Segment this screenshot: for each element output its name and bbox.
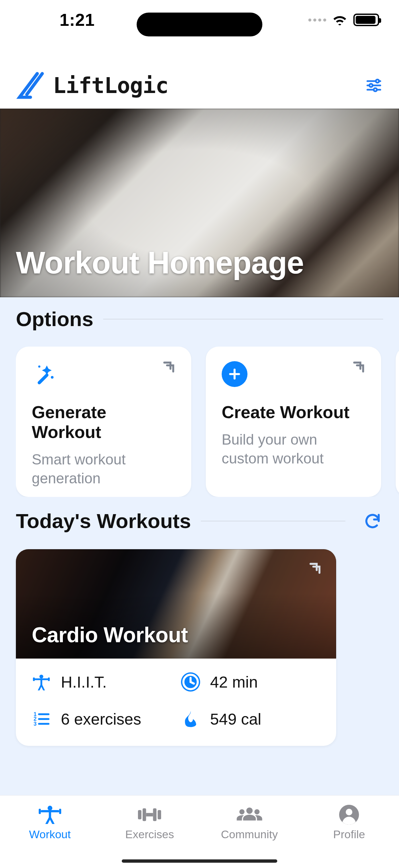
svg-point-30 bbox=[47, 806, 52, 810]
svg-point-41 bbox=[239, 809, 244, 814]
expand-icon bbox=[160, 361, 177, 377]
option-card-generate[interactable]: Generate Workout Smart workout generatio… bbox=[16, 347, 191, 497]
expand-icon bbox=[306, 562, 323, 578]
hero: Workout Homepage bbox=[0, 108, 399, 297]
svg-point-8 bbox=[38, 366, 41, 368]
stat-exercises: 123 6 exercises bbox=[32, 709, 171, 728]
expand-icon bbox=[350, 361, 367, 377]
divider bbox=[103, 319, 383, 319]
app-logo[interactable]: LiftLogic bbox=[16, 71, 168, 100]
tab-workout[interactable]: Workout bbox=[0, 804, 100, 841]
tab-profile[interactable]: Profile bbox=[299, 804, 399, 841]
battery-icon bbox=[353, 13, 379, 26]
dynamic-island bbox=[137, 12, 262, 36]
clock-icon bbox=[181, 672, 200, 691]
options-title: Options bbox=[16, 307, 93, 331]
logo-icon bbox=[16, 71, 45, 100]
tab-exercises[interactable]: Exercises bbox=[100, 804, 200, 841]
svg-rect-39 bbox=[158, 810, 162, 819]
svg-rect-6 bbox=[37, 373, 49, 385]
status-bar: 1:21 bbox=[0, 0, 399, 40]
stat-calories: 549 cal bbox=[181, 709, 320, 728]
profile-icon bbox=[335, 804, 363, 825]
svg-rect-20 bbox=[33, 677, 35, 681]
option-card-subtitle: Smart workout generation bbox=[32, 450, 175, 488]
flame-icon bbox=[181, 709, 200, 728]
wifi-icon bbox=[332, 14, 347, 26]
svg-rect-32 bbox=[39, 809, 41, 814]
stat-duration: 42 min bbox=[181, 672, 320, 691]
svg-point-7 bbox=[51, 376, 54, 379]
stat-exercises-label: 6 exercises bbox=[61, 710, 141, 728]
app-name: LiftLogic bbox=[53, 73, 168, 98]
weightlifter-icon bbox=[32, 672, 51, 691]
tab-label: Exercises bbox=[125, 828, 174, 841]
tab-community[interactable]: Community bbox=[199, 804, 299, 841]
svg-point-5 bbox=[374, 88, 377, 91]
refresh-button[interactable] bbox=[362, 510, 383, 532]
sliders-icon bbox=[365, 77, 383, 94]
workout-card-hero: Cardio Workout bbox=[16, 549, 336, 658]
tab-label: Workout bbox=[29, 828, 71, 841]
status-icons bbox=[308, 13, 379, 26]
plus-circle-icon bbox=[222, 361, 247, 387]
today-title: Today's Workouts bbox=[16, 509, 191, 533]
workout-card-title: Cardio Workout bbox=[32, 623, 188, 647]
stat-calories-label: 549 cal bbox=[210, 710, 261, 728]
svg-point-3 bbox=[370, 84, 373, 87]
divider bbox=[201, 521, 345, 521]
stat-type-label: H.I.I.T. bbox=[61, 673, 107, 691]
svg-point-1 bbox=[376, 80, 379, 83]
svg-rect-22 bbox=[40, 680, 42, 685]
svg-point-40 bbox=[246, 807, 253, 814]
dumbbell-icon bbox=[136, 804, 163, 825]
workout-card-cardio[interactable]: Cardio Workout H.I.I.T. 42 min bbox=[16, 549, 336, 746]
option-card-title: Create Workout bbox=[222, 402, 365, 422]
settings-button[interactable] bbox=[365, 76, 383, 95]
workout-icon bbox=[36, 804, 64, 825]
magic-wand-icon bbox=[32, 361, 58, 387]
option-card-subtitle: Build your own custom workout bbox=[222, 430, 365, 468]
option-card-create[interactable]: Create Workout Build your own custom wor… bbox=[206, 347, 381, 497]
svg-rect-21 bbox=[48, 677, 49, 681]
svg-rect-33 bbox=[59, 809, 61, 814]
cellular-dots-icon bbox=[308, 19, 326, 22]
tab-label: Community bbox=[221, 828, 278, 841]
svg-point-18 bbox=[39, 675, 43, 679]
svg-text:3: 3 bbox=[33, 721, 36, 726]
svg-point-42 bbox=[255, 809, 260, 814]
workout-stats: H.I.I.T. 42 min 123 6 exercises bbox=[16, 658, 336, 746]
svg-rect-34 bbox=[48, 811, 51, 817]
svg-rect-35 bbox=[138, 810, 142, 819]
status-time: 1:21 bbox=[60, 10, 95, 30]
svg-rect-38 bbox=[153, 808, 157, 821]
svg-rect-36 bbox=[142, 808, 146, 821]
option-card-title: Generate Workout bbox=[32, 402, 175, 442]
stat-type: H.I.I.T. bbox=[32, 672, 171, 691]
numbered-list-icon: 123 bbox=[32, 709, 51, 728]
today-section: Today's Workouts Cardio Workout bbox=[16, 509, 383, 746]
refresh-icon bbox=[363, 512, 382, 530]
svg-rect-37 bbox=[146, 813, 153, 817]
options-scroller[interactable]: Generate Workout Smart workout generatio… bbox=[16, 347, 399, 497]
screen: 1:21 LiftLogic bbox=[0, 0, 399, 868]
tab-bar: Workout Exercises Community Profile bbox=[0, 795, 399, 868]
options-section: Options Generate Workout Smart workout g… bbox=[16, 307, 399, 497]
home-indicator bbox=[122, 859, 277, 863]
svg-point-44 bbox=[346, 809, 352, 815]
people-icon bbox=[236, 804, 263, 825]
stat-duration-label: 42 min bbox=[210, 673, 258, 691]
option-card-schedule[interactable]: Cre Pla sch bbox=[396, 347, 399, 497]
tab-label: Profile bbox=[333, 828, 365, 841]
app-header: LiftLogic bbox=[0, 62, 399, 108]
page-title: Workout Homepage bbox=[16, 245, 304, 281]
